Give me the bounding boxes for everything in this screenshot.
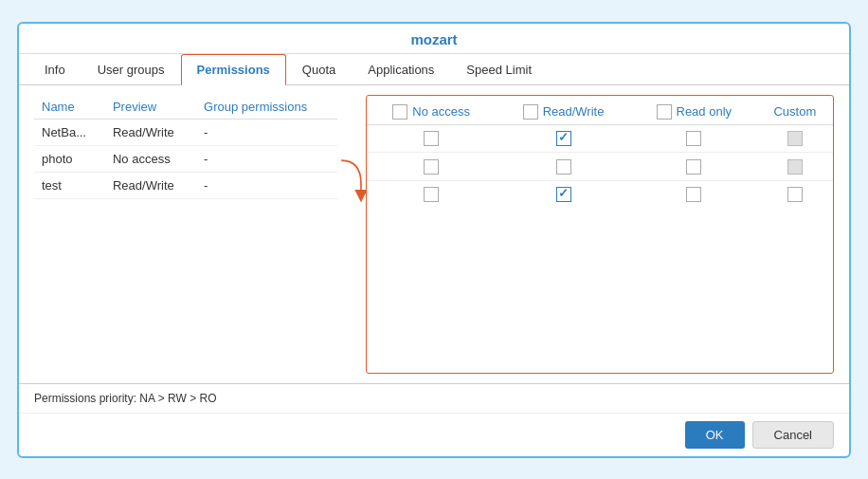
- col-group-permissions: Group permissions: [196, 95, 337, 120]
- perm-no-access-3[interactable]: [424, 187, 439, 202]
- row-group: -: [196, 172, 337, 198]
- col-custom: Custom: [757, 100, 833, 125]
- col-read-write: Read/Write: [496, 100, 631, 125]
- dialog-title: mozart: [19, 24, 849, 54]
- tab-user-groups[interactable]: User groups: [81, 54, 181, 85]
- table-row: photo No access -: [34, 145, 337, 172]
- table-row: test Read/Write -: [34, 172, 337, 198]
- tab-permissions[interactable]: Permissions: [181, 54, 286, 85]
- left-table: Name Preview Group permissions NetBa... …: [34, 95, 337, 374]
- row-group: -: [196, 145, 337, 172]
- tabs-bar: Info User groups Permissions Quota Appli…: [19, 54, 849, 85]
- dialog: mozart Info User groups Permissions Quot…: [17, 22, 851, 458]
- table-row: NetBa... Read/Write -: [34, 119, 337, 145]
- cancel-button[interactable]: Cancel: [752, 421, 834, 449]
- perm-read-write-1[interactable]: [556, 131, 571, 146]
- perm-custom-3[interactable]: [787, 187, 803, 202]
- footer-bar: Permissions priority: NA > RW > RO: [19, 383, 849, 413]
- ok-button[interactable]: OK: [685, 421, 745, 449]
- col-read-write-checkbox[interactable]: [523, 104, 538, 120]
- arrow-indicator: [337, 95, 366, 374]
- perm-read-write-3[interactable]: [556, 187, 571, 202]
- col-name: Name: [34, 95, 105, 120]
- content-area: Name Preview Group permissions NetBa... …: [19, 85, 849, 383]
- tab-applications[interactable]: Applications: [352, 54, 450, 85]
- perm-read-only-3[interactable]: [686, 187, 701, 202]
- row-preview: Read/Write: [105, 119, 196, 145]
- perm-no-access-2[interactable]: [424, 159, 439, 175]
- perm-read-write-2[interactable]: [556, 159, 571, 175]
- row-preview: Read/Write: [105, 172, 196, 198]
- tab-info[interactable]: Info: [28, 54, 81, 85]
- perm-read-only-2[interactable]: [686, 159, 701, 175]
- perm-row: [367, 153, 833, 181]
- perm-row: [367, 124, 833, 153]
- row-name: NetBa...: [34, 119, 105, 145]
- col-no-access-checkbox[interactable]: [392, 104, 407, 120]
- permissions-priority-text: Permissions priority: NA > RW > RO: [34, 392, 217, 405]
- row-name: photo: [34, 145, 105, 172]
- col-read-only: Read only: [631, 100, 757, 125]
- row-name: test: [34, 172, 105, 198]
- permissions-table-wrapper: No access Read/Write R: [366, 95, 834, 374]
- tab-quota[interactable]: Quota: [286, 54, 352, 85]
- perm-read-only-1[interactable]: [686, 131, 701, 146]
- perm-custom-1[interactable]: [787, 131, 803, 146]
- perm-row: [367, 180, 833, 208]
- col-no-access: No access: [367, 100, 496, 125]
- tab-speed-limit[interactable]: Speed Limit: [450, 54, 548, 85]
- col-read-only-checkbox[interactable]: [657, 104, 672, 120]
- perm-custom-2[interactable]: [787, 159, 803, 175]
- col-preview: Preview: [105, 95, 196, 120]
- action-bar: OK Cancel: [19, 413, 849, 456]
- row-preview: No access: [105, 145, 196, 172]
- perm-no-access-1[interactable]: [424, 131, 439, 146]
- row-group: -: [196, 119, 337, 145]
